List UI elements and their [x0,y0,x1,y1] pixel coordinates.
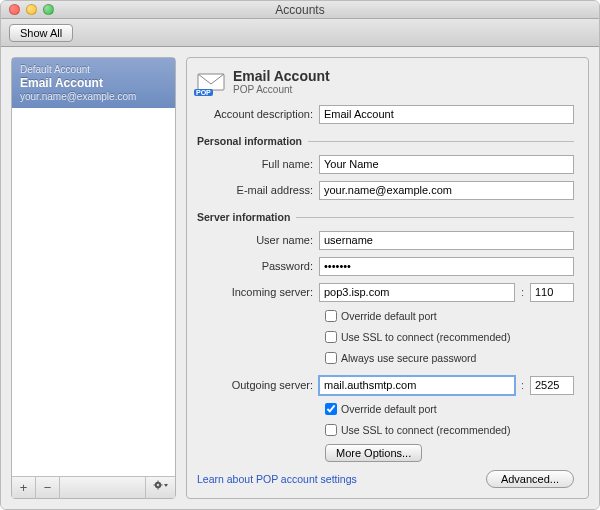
outgoing-override-port-checkbox[interactable] [325,403,337,415]
incoming-secure-pw-label: Always use secure password [341,352,476,364]
accounts-sidebar: Default Account Email Account your.name@… [11,57,176,499]
svg-rect-2 [157,481,158,483]
show-all-button[interactable]: Show All [9,24,73,42]
incoming-ssl-label: Use SSL to connect (recommended) [341,331,510,343]
incoming-secure-pw-checkbox[interactable] [325,352,337,364]
label-incoming: Incoming server: [197,286,319,298]
svg-rect-4 [153,485,155,486]
outgoing-override-port-label: Override default port [341,403,437,415]
outgoing-port-sep: : [519,379,526,391]
gear-menu-button[interactable] [145,477,175,499]
incoming-ssl-checkbox[interactable] [325,331,337,343]
account-header: POP Email Account POP Account [197,68,574,95]
pop-badge: POP [194,89,213,96]
accounts-list[interactable]: Default Account Email Account your.name@… [12,58,175,476]
zoom-icon[interactable] [43,4,54,15]
learn-pop-link[interactable]: Learn about POP account settings [197,473,357,485]
account-title: Email Account [233,68,330,84]
incoming-port-sep: : [519,286,526,298]
user-name-input[interactable] [319,231,574,250]
sidebar-item-default-account[interactable]: Default Account Email Account your.name@… [12,58,175,108]
window-title: Accounts [1,3,599,17]
close-icon[interactable] [9,4,20,15]
section-personal-info: Personal information [197,135,574,147]
gear-icon [153,480,169,495]
full-name-input[interactable] [319,155,574,174]
sidebar-item-sub: your.name@example.com [20,91,167,102]
sidebar-item-name: Email Account [20,76,167,90]
accounts-window: Accounts Show All Default Account Email … [0,0,600,510]
svg-rect-3 [157,488,158,490]
sidebar-item-category: Default Account [20,64,167,75]
traffic-lights [1,4,54,15]
account-detail-pane: POP Email Account POP Account Account de… [186,57,589,499]
incoming-port-input[interactable] [530,283,574,302]
account-form: Account description: Personal informatio… [197,103,574,462]
advanced-button[interactable]: Advanced... [486,470,574,488]
svg-rect-5 [160,485,162,486]
add-account-button[interactable]: + [12,477,36,499]
pane-footer: Learn about POP account settings Advance… [197,462,574,488]
outgoing-ssl-label: Use SSL to connect (recommended) [341,424,510,436]
outgoing-server-input[interactable] [319,376,515,395]
label-account-description: Account description: [197,108,319,120]
password-input[interactable] [319,257,574,276]
more-options-button[interactable]: More Options... [325,444,422,462]
toolbar: Show All [1,19,599,47]
label-full-name: Full name: [197,158,319,170]
account-subtitle: POP Account [233,84,330,95]
label-email: E-mail address: [197,184,319,196]
incoming-override-port-checkbox[interactable] [325,310,337,322]
incoming-override-port-label: Override default port [341,310,437,322]
minimize-icon[interactable] [26,4,37,15]
outgoing-ssl-checkbox[interactable] [325,424,337,436]
label-outgoing: Outgoing server: [197,379,319,391]
account-description-input[interactable] [319,105,574,124]
email-input[interactable] [319,181,574,200]
titlebar: Accounts [1,1,599,19]
label-password: Password: [197,260,319,272]
remove-account-button[interactable]: − [36,477,60,499]
sidebar-footer: + − [12,476,175,498]
section-server-info: Server information [197,211,574,223]
content: Default Account Email Account your.name@… [1,47,599,509]
outgoing-port-input[interactable] [530,376,574,395]
label-user-name: User name: [197,234,319,246]
incoming-server-input[interactable] [319,283,515,302]
svg-point-1 [156,484,158,486]
mail-pop-icon: POP [197,71,225,93]
